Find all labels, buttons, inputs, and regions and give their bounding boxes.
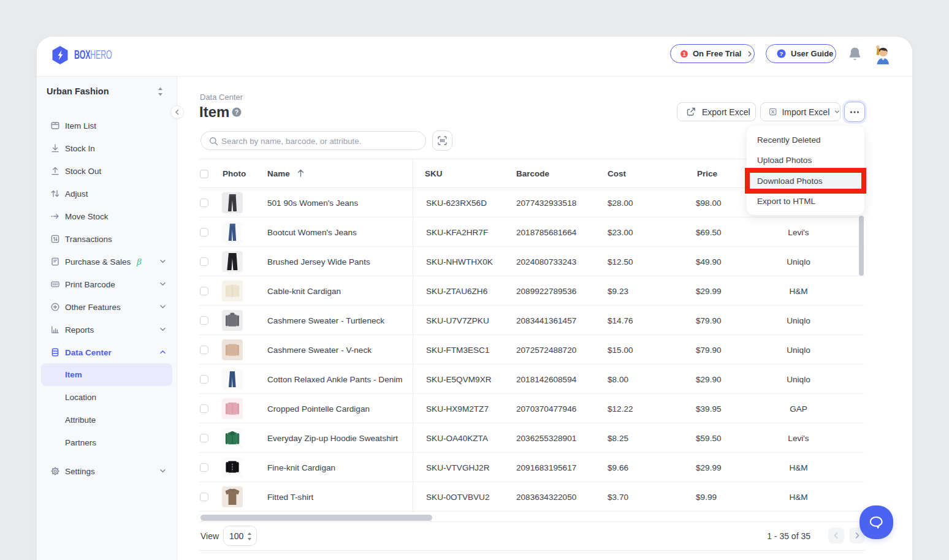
svg-text:1: 1: [683, 51, 686, 57]
svg-text:?: ?: [235, 109, 238, 116]
svg-text:?: ?: [780, 50, 783, 57]
